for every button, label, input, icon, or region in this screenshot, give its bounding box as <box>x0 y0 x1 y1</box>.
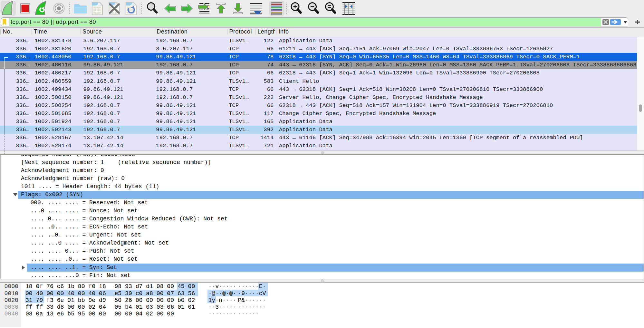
svg-text:01010: 01010 <box>93 6 101 9</box>
svg-text:01110: 01110 <box>93 12 101 14</box>
svg-text:01101: 01101 <box>93 9 101 12</box>
